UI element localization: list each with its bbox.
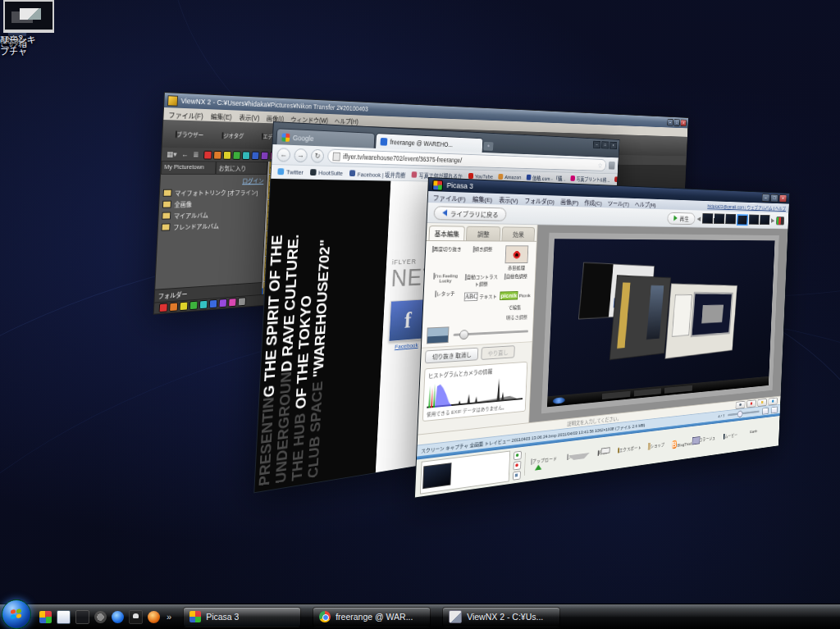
list-view-icon[interactable]: ≣ [193, 150, 199, 158]
filmstrip-thumbnail[interactable] [749, 214, 760, 224]
close-button[interactable]: × [681, 120, 687, 127]
taskbar-button[interactable]: freerange @ WAR... [313, 607, 431, 627]
maximize-button[interactable]: □ [601, 141, 609, 148]
tray-tool-button[interactable]: アップロード [528, 454, 559, 470]
menu-item[interactable]: ヘルプ(H) [335, 116, 358, 125]
edit-button[interactable]: picnik Picnik で編集 [498, 288, 532, 312]
social-tile-label[interactable]: Facebook [387, 341, 425, 351]
minimize-button[interactable]: – [667, 119, 673, 126]
bookmark-item[interactable]: 写真プリント&格... [570, 175, 609, 183]
minimize-button[interactable]: – [593, 141, 600, 148]
tray-tool-button[interactable]: 印刷 [588, 447, 617, 462]
tree-item[interactable]: マイフォトトリンク [オフライン] [163, 188, 264, 198]
quick-launch-overflow-chevron[interactable]: » [167, 612, 171, 622]
edit-tab[interactable]: 効果 [501, 226, 535, 240]
picasa-image-viewer[interactable] [529, 225, 788, 422]
tray-tool-button[interactable]: コラージュ [694, 434, 719, 447]
back-icon[interactable]: ← [181, 150, 189, 158]
minimize-button[interactable]: – [762, 194, 770, 202]
edit-button[interactable]: ABC テキスト [463, 289, 497, 312]
photo-tray-box[interactable] [420, 451, 510, 495]
quick-launch-icon[interactable] [148, 611, 160, 623]
filmstrip-thumbnail[interactable] [714, 213, 724, 224]
menu-item[interactable]: 編集(E) [211, 111, 232, 121]
edit-button[interactable]: I'm Feeling Lucky [427, 273, 463, 288]
tray-tool-button[interactable]: エクスポート [616, 444, 644, 458]
bookmark-item[interactable]: Facebook | 坂井貴樹 [349, 169, 406, 179]
hold-button[interactable] [514, 450, 522, 460]
fit-view-button[interactable] [762, 407, 769, 414]
filmstrip-prev-icon[interactable]: ◀ [696, 215, 701, 222]
close-button[interactable]: × [779, 194, 788, 203]
new-tab-button[interactable]: + [483, 142, 493, 151]
back-to-library-button[interactable]: ライブラリに戻る [433, 206, 506, 221]
tray-tool-button[interactable]: ショップ [643, 440, 669, 454]
start-button[interactable] [2, 599, 31, 629]
bookmark-item[interactable]: Twitter [277, 168, 304, 176]
toolbar-button[interactable]: ブラウザー [167, 130, 211, 139]
edit-button[interactable]: 自動コントラスト調整 [464, 273, 499, 288]
menu-item[interactable]: 表示(V) [239, 112, 259, 121]
quick-launch-icon[interactable] [39, 611, 52, 623]
bookmark-star-icon[interactable]: ☆ [598, 162, 603, 169]
maximize-button[interactable]: □ [673, 119, 680, 126]
menu-item[interactable]: ファイル(F) [432, 193, 465, 203]
tree-item[interactable]: マイアルバム [162, 209, 262, 221]
quick-launch-icon[interactable] [75, 610, 89, 624]
filmstrip-thumbnail[interactable] [760, 214, 769, 224]
menu-item[interactable]: ファイル(F) [168, 109, 203, 120]
quick-launch-icon[interactable] [57, 610, 71, 624]
taskbar-button[interactable]: Picasa 3 [183, 607, 301, 627]
menu-item[interactable]: 画像(P) [560, 197, 578, 206]
filmstrip-next-icon[interactable]: ▶ [771, 217, 775, 224]
menu-item[interactable]: 作成(C) [584, 198, 602, 207]
taskbar-button[interactable]: ViewNX 2 - C:¥Us... [442, 607, 560, 627]
play-button[interactable]: 再生 [667, 212, 695, 224]
bookmark-item[interactable]: 価格.com - 「購... [526, 173, 565, 181]
menu-item[interactable]: 編集(E) [472, 194, 493, 203]
tray-tool-button[interactable]: メール [559, 450, 588, 465]
tray-tool-button[interactable]: ムービー [719, 431, 742, 444]
edit-tab[interactable]: 基本編集 [429, 226, 465, 240]
window-picasa[interactable]: Picasa 3 –□× ファイル(F)編集(E)表示(V)フォルダ(D)画像(… [414, 177, 789, 497]
actual-size-button[interactable] [771, 406, 778, 413]
quick-launch-icon[interactable] [112, 611, 124, 623]
wrench-menu-icon[interactable] [609, 162, 615, 170]
filmstrip-thumbnail[interactable] [702, 213, 713, 224]
back-button[interactable]: ← [276, 148, 290, 162]
reload-button[interactable]: ↻ [311, 148, 324, 162]
zoom-knob[interactable] [737, 410, 743, 417]
menu-item[interactable]: フォルダ(D) [524, 196, 555, 205]
forward-button[interactable]: → [294, 148, 308, 162]
menu-item[interactable]: ツール(T) [608, 198, 630, 207]
edit-button[interactable]: 自動色調整 [500, 272, 532, 287]
bookmark-item[interactable]: 名東区パソコンサ... [614, 175, 618, 184]
quick-launch-icon[interactable] [129, 610, 143, 624]
menu-item[interactable]: ヘルプ(H) [635, 199, 656, 207]
tree-item[interactable]: 全画像 [162, 198, 263, 209]
tree-item[interactable]: フレンドアルバム [162, 220, 262, 231]
panel-tab[interactable]: お気に入り [216, 161, 267, 174]
login-link[interactable]: ログイン [160, 175, 267, 187]
redo-button[interactable]: やり直し [481, 345, 515, 360]
maximize-button[interactable]: □ [770, 194, 778, 203]
clear-button[interactable] [513, 460, 521, 470]
slider-knob[interactable] [459, 330, 469, 340]
grid-view-icon[interactable]: ▦▾ [167, 150, 177, 158]
bookmark-item[interactable]: Amazon [498, 173, 521, 180]
edit-button[interactable]: レタッチ [427, 289, 463, 314]
histogram-toggle-icon[interactable] [776, 217, 784, 226]
tray-tool-button[interactable]: Earth [742, 427, 765, 440]
url-text[interactable]: iflyer.tv/warehouse702/event/36375-freer… [343, 153, 596, 168]
bookmark-item[interactable]: HootSuite [310, 169, 343, 177]
undo-crop-button[interactable]: 切り抜き 取消し [425, 348, 478, 364]
panel-tab[interactable]: My Picturetown [161, 161, 217, 175]
close-button[interactable]: × [609, 142, 617, 149]
tray-tool-button[interactable]: B BlogThis! [669, 437, 694, 451]
menu-item[interactable]: 表示(V) [499, 195, 518, 204]
quick-launch-icon[interactable] [94, 611, 107, 623]
edit-button[interactable]: 傾き調整 [465, 245, 500, 271]
fill-light-slider[interactable] [454, 330, 528, 335]
toolbar-button[interactable]: ジオタグ [212, 131, 253, 140]
zoom-slider[interactable] [728, 411, 760, 417]
